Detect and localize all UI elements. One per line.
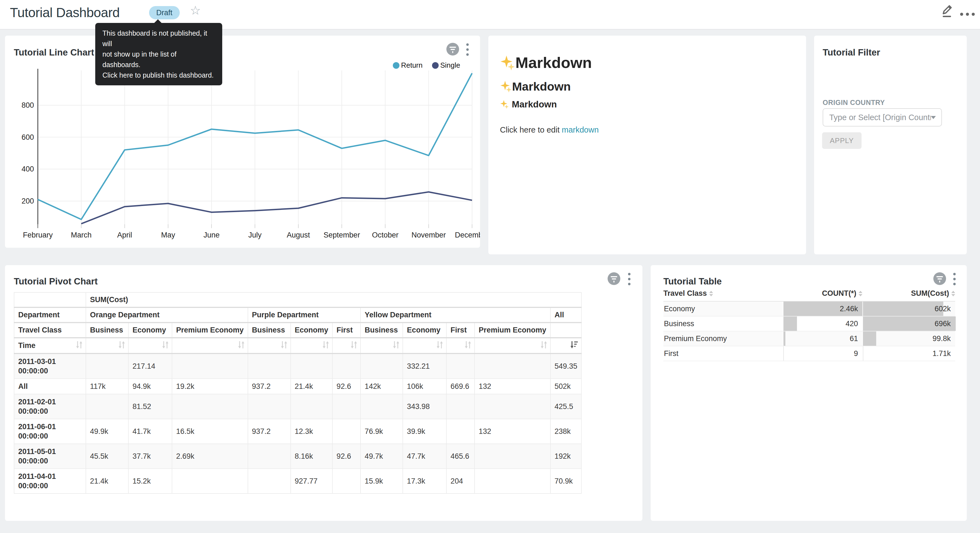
pivot-cell: 15.9k xyxy=(361,469,403,493)
pivot-cell xyxy=(86,394,128,419)
pivot-cell xyxy=(172,353,248,379)
sort-icon[interactable] xyxy=(161,340,170,351)
pivot-cell: 669.6 xyxy=(446,379,474,394)
pivot-row-label: 2011-06-0100:00:00 xyxy=(14,419,86,444)
edit-markdown-link[interactable]: markdown xyxy=(562,125,599,134)
series-line-single xyxy=(81,192,472,224)
pivot-chart-panel: Tutorial Pivot Chart SUM(Cost)Department… xyxy=(5,265,643,521)
edit-pencil-icon[interactable] xyxy=(940,3,955,18)
markdown-h2: Markdown xyxy=(500,80,794,93)
applied-filter-icon[interactable] xyxy=(608,272,620,285)
pivot-cell: 465.6 xyxy=(446,444,474,469)
sort-icon[interactable] xyxy=(436,340,444,351)
sort-icon[interactable] xyxy=(350,340,358,351)
pivot-cell: 937.2 xyxy=(248,379,291,394)
pivot-sort-cell[interactable] xyxy=(403,338,446,353)
apply-button[interactable]: APPLY xyxy=(822,132,862,149)
pivot-sort-cell[interactable] xyxy=(172,338,248,353)
pivot-sort-cell[interactable] xyxy=(446,338,474,353)
tooltip-line: Click here to publish this dashboard. xyxy=(102,70,215,80)
pivot-data-row: 2011-02-0100:00:0081.52343.98425.5 xyxy=(14,394,581,419)
origin-country-select[interactable]: Type or Select [Origin Country] xyxy=(822,108,942,126)
sort-icon[interactable] xyxy=(540,340,548,351)
pivot-time-sort-cell[interactable]: Time xyxy=(14,338,86,353)
pivot-cell: 192k xyxy=(550,444,582,469)
travel-class-value: Economy xyxy=(664,302,695,316)
count-bar xyxy=(783,346,784,361)
pivot-col-label: Business xyxy=(248,322,291,338)
x-axis-label: November xyxy=(411,231,446,239)
pivot-sort-cell[interactable] xyxy=(550,338,582,353)
pivot-row-label: All xyxy=(14,379,86,394)
table-header-row: Travel Class COUNT(*) SUM(Cost) xyxy=(663,286,955,302)
sort-icon[interactable] xyxy=(321,340,330,351)
legend-item-single[interactable]: Single xyxy=(432,61,460,70)
line-chart-panel: Tutorial Line Chart FebruaryMarchAprilMa… xyxy=(5,36,480,248)
pivot-cell: 76.9k xyxy=(361,419,403,444)
markdown-panel: Markdown Markdown Markdown Click here to… xyxy=(488,36,806,254)
pivot-col-dim-label: Travel Class xyxy=(14,322,86,338)
sort-icon[interactable] xyxy=(464,340,472,351)
table-panel-menu-icon[interactable] xyxy=(953,273,956,285)
pivot-chart-menu-icon[interactable] xyxy=(628,273,630,285)
pivot-sort-cell[interactable] xyxy=(86,338,128,353)
chart-legend: Return Single xyxy=(393,61,460,70)
column-header-label: Travel Class xyxy=(663,289,707,298)
count-bar xyxy=(783,316,797,331)
pivot-cell: 238k xyxy=(550,419,582,444)
travel-class-value: Business xyxy=(664,316,694,331)
pivot-cell: 39.9k xyxy=(403,419,446,444)
travel-class-value: First xyxy=(664,346,678,361)
column-header-sum[interactable]: SUM(Cost) xyxy=(862,289,955,298)
pivot-row-label: 2011-02-0100:00:00 xyxy=(14,394,86,419)
pivot-cell: 502k xyxy=(550,379,582,394)
legend-item-return[interactable]: Return xyxy=(393,61,423,70)
pivot-sort-cell[interactable] xyxy=(474,338,550,353)
x-axis-label: August xyxy=(287,231,310,239)
header-more-menu-icon[interactable] xyxy=(960,13,975,16)
draft-status-badge[interactable]: Draft xyxy=(149,6,180,19)
sort-icon[interactable] xyxy=(280,340,288,351)
pivot-sort-cell[interactable] xyxy=(128,338,172,353)
pivot-sort-cell[interactable] xyxy=(361,338,403,353)
legend-label: Single xyxy=(440,61,460,70)
sort-icon[interactable] xyxy=(392,340,400,351)
return-series-dot xyxy=(393,62,399,69)
sum-bar xyxy=(863,331,876,346)
table-row: Business 420 696k xyxy=(663,316,955,331)
sort-icon[interactable] xyxy=(75,340,83,351)
sort-desc-active-icon[interactable] xyxy=(570,340,579,351)
dashboard-page: Tutorial Dashboard Draft ☆ This dashboar… xyxy=(0,0,980,533)
column-header-label: COUNT(*) xyxy=(822,289,856,298)
filter-panel: Tutorial Filter ORIGIN COUNTRY Type or S… xyxy=(814,36,967,254)
tooltip-line: not show up in the list of dashboards. xyxy=(102,49,215,70)
pivot-sort-cell[interactable] xyxy=(291,338,332,353)
pivot-chart-title: Tutorial Pivot Chart xyxy=(14,276,98,287)
table-panel-title: Tutorial Table xyxy=(663,276,722,287)
pivot-cell xyxy=(332,419,361,444)
sort-icon[interactable] xyxy=(118,340,126,351)
pivot-cell: 16.5k xyxy=(172,419,248,444)
pivot-col-group-label: Purple Department xyxy=(248,307,361,322)
markdown-h1: Markdown xyxy=(500,55,794,70)
table-row: First 9 1.71k xyxy=(663,346,955,361)
sum-value: 99.8k xyxy=(932,331,951,346)
pivot-cell xyxy=(291,394,332,419)
pivot-col-label: First xyxy=(332,322,361,338)
pivot-cell: 19.2k xyxy=(172,379,248,394)
sort-icon[interactable] xyxy=(237,340,245,351)
favorite-star-icon[interactable]: ☆ xyxy=(190,5,201,17)
pivot-sort-cell[interactable] xyxy=(332,338,361,353)
column-header-travel-class[interactable]: Travel Class xyxy=(663,289,783,298)
travel-class-value: Premium Economy xyxy=(664,331,727,346)
sum-bar xyxy=(863,346,863,361)
applied-filter-icon[interactable] xyxy=(933,272,946,285)
x-axis-label: February xyxy=(23,231,53,239)
sparkles-icon xyxy=(500,100,509,109)
pivot-sort-cell[interactable] xyxy=(248,338,291,353)
tutorial-table: Travel Class COUNT(*) SUM(Cost) Economy … xyxy=(663,286,955,361)
pivot-cell xyxy=(86,353,128,379)
column-header-count[interactable]: COUNT(*) xyxy=(783,289,862,298)
pivot-col-label: Business xyxy=(361,322,403,338)
y-axis-label: 800 xyxy=(22,101,34,109)
